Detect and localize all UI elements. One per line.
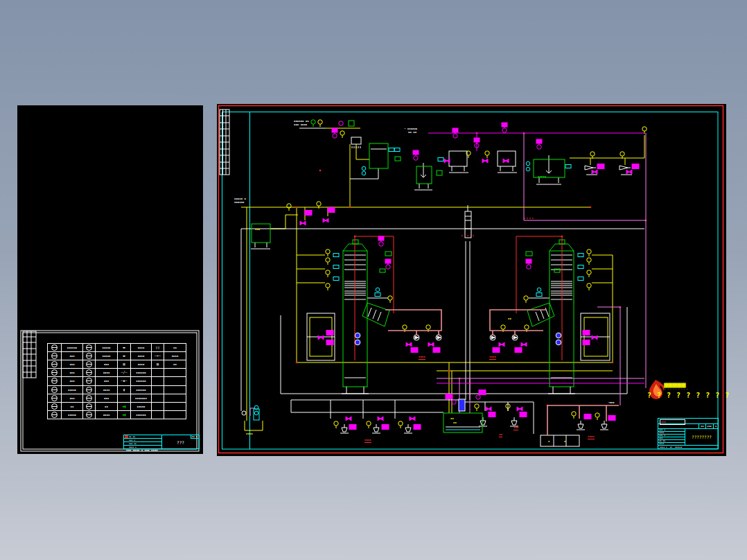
legend-symbol (48, 352, 61, 360)
legend-label: ▪▪▪ (95, 360, 117, 368)
stamp-cell: ▪▪▪ (705, 424, 713, 428)
legend-symbol (151, 411, 164, 419)
instrument-bubble-icon (86, 361, 92, 367)
legend-label: ▪▪▪▪ (95, 386, 117, 394)
diagram-annotation: ▪▪▪ (513, 426, 518, 430)
legend-label: ▪▪▪▪▪▪ (130, 386, 151, 394)
diagram-annotation: ▪▪▪▪ (588, 435, 595, 439)
drawing-title: ???????? (685, 429, 718, 445)
diagram-annotation: ▪▪▪ (255, 228, 260, 231)
pipes-yellow (241, 120, 647, 430)
legend-label: ▪▪▪ (95, 377, 117, 385)
diagram-annotation: ▪▪▪▪ (489, 356, 496, 360)
sheet-number-cell: ▪▪ ▪ (191, 435, 198, 439)
legend-label: ▪▪▪▪▪ (61, 411, 82, 419)
inclined-duct-left (362, 303, 389, 326)
instruments-cyan (254, 148, 583, 421)
legend-label: ▪▪▪▪▪ (95, 352, 117, 360)
legend-symbol (48, 394, 61, 402)
legend-label: ▪▪▪▪ (130, 360, 151, 368)
legend-label (164, 369, 186, 376)
instrument-bubble-icon (51, 387, 58, 393)
legend-symbol (82, 403, 95, 410)
legend-label (164, 403, 186, 410)
company-name-underline-dots: ········· (665, 387, 689, 391)
legend-label: ▪▪▪▪▪▪ (130, 411, 151, 419)
legend-symbol (82, 369, 95, 376)
legend-row: ▪▪▪▪▪▪▪▪▬▪▪▪▪—+—▪▪▪▪ (48, 351, 186, 360)
legend-label: ▪▪ (95, 403, 117, 410)
legend-row: ▪▪▪▪▪▪▪▪▪▪▪▬▪▪▪▪▯▯▪▪ (48, 344, 186, 351)
legend-symbol (82, 360, 95, 368)
legend-label: ▪▪▪▪▪▪ (130, 369, 151, 376)
instrument-bubble-icon (86, 395, 92, 401)
legend-label: ▪▪▪ (61, 394, 82, 402)
legend-row: ▪▪▪▪▪▪▪▪▪◄▮▪▪▪▪▪▪ (48, 410, 186, 419)
pipes-pink (250, 133, 646, 416)
diagram-annotation: ▪▪ (453, 421, 457, 424)
legend-label: ▪▪▪▪▪▪ (130, 377, 151, 385)
diagram-annotation: ▪▪▪▪▪ (538, 175, 546, 178)
legend-symbol (82, 377, 95, 385)
diagram-annotation: ▪▪ (499, 433, 502, 437)
legend-symbol (82, 394, 95, 402)
legend-label: ▪▪▪▪ (95, 369, 117, 376)
diagram-annotation: ▪▪▪▪ (246, 432, 253, 435)
legend-symbol (82, 386, 95, 394)
legend-symbol (151, 377, 164, 385)
legend-symbol (48, 377, 61, 385)
instrument-bubble-icon (51, 344, 58, 351)
company-slogan-text: ? ? ? ? ? ? ? ? ? (647, 392, 730, 399)
diagram-annotation: ▪▪▪ ▪▪▪▪ (294, 123, 307, 126)
legend-symbol: ▬ (117, 352, 130, 360)
legend-symbol (151, 394, 164, 402)
red-stamp-icon (125, 435, 128, 438)
tank-top-left (369, 143, 388, 168)
stamp-cell: ▪ (713, 424, 718, 428)
legend-symbol: —▪— (117, 377, 130, 385)
legend-label: ▪▪▪▪ (130, 344, 151, 351)
diagram-annotation: ▪▪ (508, 317, 511, 320)
stamp-cell: ▪▪ (698, 424, 705, 428)
legend-symbol (48, 369, 61, 376)
instrument-bubble-icon (86, 378, 92, 384)
instrument-bubble-icon (51, 353, 58, 359)
legend-label: ▪▪▪ (61, 352, 82, 360)
legend-label (164, 411, 186, 419)
inclined-duct-right (527, 303, 554, 326)
legend-symbol: ▥ (117, 360, 130, 368)
title-block-row: ▪▪ ▪▪ (124, 435, 161, 438)
equipment-green (252, 120, 575, 432)
legend-label (164, 394, 186, 402)
legend-title-block: ▪▪ ▪▪▪▪▪ ▪▪▪▪ ▪▪▪▪▪▪ ▪ ▪▪ ▪ ??? (123, 435, 200, 449)
legend-label: ▪▪▪ (61, 360, 82, 368)
legend-row: ▪▪▪▪▪▪—▪—▪▪▪▪▪▪ (48, 376, 186, 385)
instrument-bubble-icon (86, 412, 92, 418)
legend-label: ▪▪▪▪▪ (130, 403, 151, 410)
legend-symbol: ▬ (117, 344, 130, 351)
diagram-annotation: ▪ (564, 440, 565, 443)
company-name-text: ▓▓▓▓▓▓▓▓▓▓ (664, 383, 685, 387)
diagram-annotation: ▪▪▪ ▪▪▪▪ ▪ ▪▪▪ ▪▪▪▪ (126, 449, 158, 452)
title-block-footer: ▪▪▪▪ ▪ ▪▪ ▪▪▪▪▪▪ (658, 445, 718, 448)
instrument-bubble-icon (86, 369, 92, 376)
legend-symbol: ▮ (117, 386, 130, 394)
title-block-signature-rows: ▪▪▪ ▪▪▪▪▪▪▪▪ ▪▪▪▪▪▪ ▪▪▪▪▪▪ (658, 429, 685, 445)
cad-viewer-canvas: { "colors":{"accent_red":"#ff2a2a","acce… (0, 0, 747, 560)
legend-symbol (82, 344, 95, 351)
diagram-annotation: ▪ (548, 440, 550, 443)
legend-symbol: —/— (117, 369, 130, 376)
legend-label: ▪▪ (164, 360, 186, 368)
legend-symbol (82, 411, 95, 419)
legend-row: ▪▪▪▪▪▪▪—/—▪▪▪▪▪▪ (48, 368, 186, 376)
diagram-annotation: ▪▪ ▪▪ (408, 131, 416, 134)
legend-symbol: ▯▯ (151, 344, 164, 351)
legend-symbol: —+— (151, 352, 164, 360)
legend-label: ▪▪ (164, 344, 186, 351)
legend-label: ▪▪▪▪ (130, 352, 151, 360)
legend-symbol (48, 411, 61, 419)
legend-label: ▪▪▪▪ (95, 411, 117, 419)
legend-label: ▪▪▪ (95, 394, 117, 402)
diagram-annotation: ▪▪▪▪▪▪ (234, 201, 244, 204)
legend-symbol (151, 386, 164, 394)
